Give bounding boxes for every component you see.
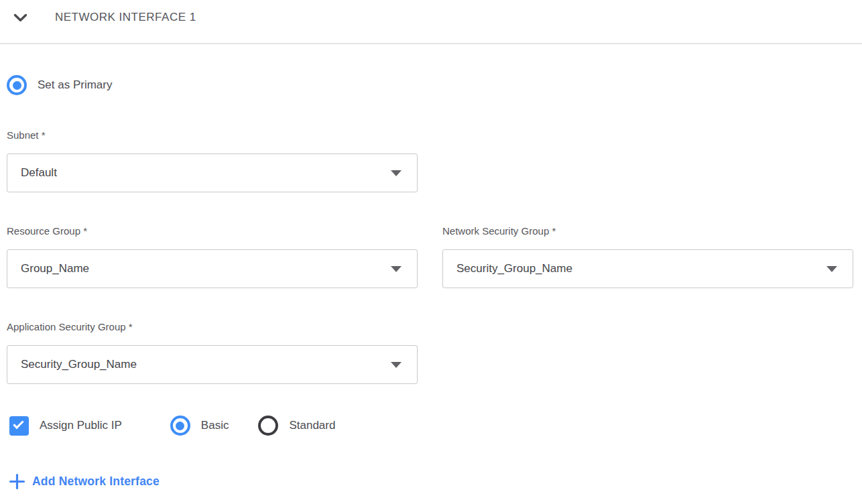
resource-group-select[interactable]: Group_Name (7, 249, 418, 288)
network-security-group-label: Network Security Group * (442, 226, 853, 237)
section-divider (0, 43, 862, 44)
basic-radio[interactable] (170, 416, 190, 436)
dropdown-caret-icon (826, 266, 837, 272)
set-as-primary-label[interactable]: Set as Primary (38, 78, 112, 92)
resource-group-label: Resource Group * (7, 226, 418, 237)
radio-dot (13, 81, 21, 90)
network-interface-section: NETWORK INTERFACE 1 Set as Primary Subne… (0, 0, 862, 493)
assign-public-ip-checkbox[interactable] (9, 416, 29, 436)
add-network-interface-link[interactable]: Add Network Interface (9, 473, 160, 490)
plus-icon (9, 473, 25, 490)
subnet-label: Subnet * (7, 130, 853, 141)
application-security-group-select[interactable]: Security_Group_Name (7, 345, 418, 384)
subnet-field-group: Subnet * Default (7, 130, 853, 192)
network-security-group-field-group: Network Security Group * Security_Group_… (442, 226, 853, 288)
standard-radio[interactable] (258, 416, 278, 436)
basic-option[interactable]: Basic (170, 416, 229, 436)
add-network-interface-label[interactable]: Add Network Interface (32, 475, 160, 489)
basic-label[interactable]: Basic (201, 419, 229, 432)
set-as-primary-radio[interactable] (7, 75, 27, 95)
network-security-group-selected-value: Security_Group_Name (456, 262, 572, 275)
radio-dot (176, 422, 184, 430)
assign-public-ip-label[interactable]: Assign Public IP (40, 419, 122, 432)
section-title: NETWORK INTERFACE 1 (55, 11, 196, 24)
resource-group-selected-value: Group_Name (21, 262, 89, 275)
chevron-down-icon (13, 13, 27, 22)
dropdown-caret-icon (391, 362, 402, 368)
dropdown-caret-icon (391, 266, 402, 272)
application-security-group-selected-value: Security_Group_Name (21, 358, 137, 371)
network-security-group-select[interactable]: Security_Group_Name (442, 249, 853, 288)
standard-option[interactable]: Standard (258, 416, 335, 436)
collapse-toggle-button[interactable] (13, 12, 28, 23)
subnet-select[interactable]: Default (7, 153, 418, 192)
public-ip-options-row: Assign Public IP Basic Standard (7, 416, 853, 436)
section-header: NETWORK INTERFACE 1 (7, 9, 853, 25)
subnet-selected-value: Default (21, 166, 57, 180)
check-icon (13, 418, 23, 428)
group-fields-row: Resource Group * Group_Name Network Secu… (7, 226, 853, 288)
resource-group-field-group: Resource Group * Group_Name (7, 226, 418, 288)
application-security-group-field-group: Application Security Group * Security_Gr… (7, 322, 853, 384)
dropdown-caret-icon (391, 170, 402, 176)
standard-label[interactable]: Standard (289, 419, 335, 432)
set-as-primary-row[interactable]: Set as Primary (7, 75, 853, 95)
application-security-group-label: Application Security Group * (7, 322, 853, 332)
